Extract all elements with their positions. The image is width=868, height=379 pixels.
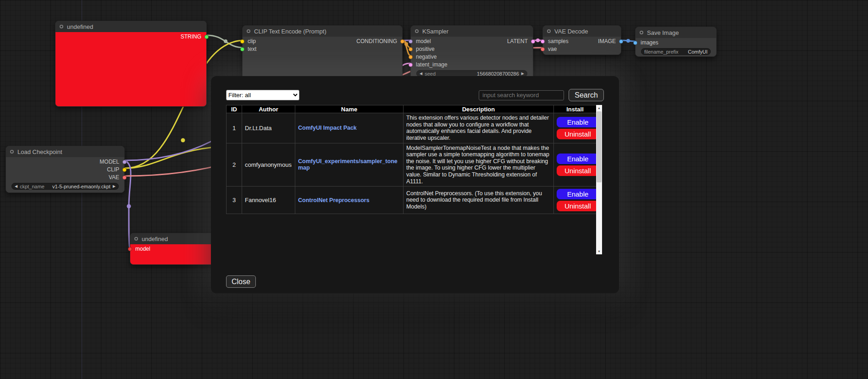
input-slot-text[interactable] xyxy=(240,47,244,51)
node-title-bar[interactable]: VAE Decode xyxy=(543,26,621,37)
node-title: Save Image xyxy=(647,29,679,36)
node-title: Load Checkpoint xyxy=(17,148,62,155)
input-slot-model[interactable] xyxy=(409,39,413,44)
cell-author: Dr.Lt.Data xyxy=(242,113,295,143)
extension-link[interactable]: ComfyUI Impact Pack xyxy=(295,113,404,143)
header-author: Author xyxy=(242,105,295,113)
ckpt-name-widget[interactable]: ◀ ckpt_name v1-5-pruned-emaonly.ckpt ▶ xyxy=(11,183,119,190)
uninstall-button[interactable]: Uninstall xyxy=(557,201,599,211)
close-button[interactable]: Close xyxy=(226,275,256,288)
scroll-up-icon[interactable]: ▲ xyxy=(596,105,602,111)
scrollbar-thumb[interactable] xyxy=(597,111,602,182)
input-label-text: text xyxy=(248,45,256,53)
node-body: MODEL CLIP VAE ◀ ckpt_name v1-5-pruned-e… xyxy=(6,157,124,192)
node-title: undefined xyxy=(142,236,168,242)
cell-description: This extension offers various detector n… xyxy=(404,113,554,143)
input-slot-latent-image[interactable] xyxy=(409,63,413,67)
search-input[interactable] xyxy=(479,90,564,100)
table-row: 1 Dr.Lt.Data ComfyUI Impact Pack This ex… xyxy=(227,113,597,143)
link-dot xyxy=(536,38,540,42)
input-slot-samples[interactable] xyxy=(541,39,545,44)
scrollbar[interactable]: ▲ ▼ xyxy=(596,105,602,254)
cell-id: 1 xyxy=(227,113,242,143)
widget-name: ckpt_name xyxy=(20,184,44,189)
collapse-dot-icon[interactable] xyxy=(134,237,138,241)
collapse-dot-icon[interactable] xyxy=(547,29,551,33)
link-dot xyxy=(224,39,227,43)
extension-link[interactable]: ControlNet Preprocessors xyxy=(295,187,404,214)
extensions-table-container: ID Author Name Description Install 1 Dr.… xyxy=(226,105,602,254)
widget-value: v1-5-pruned-emaonly.ckpt xyxy=(47,184,111,189)
node-title-bar[interactable]: Save Image xyxy=(636,27,716,38)
output-label-model: MODEL xyxy=(100,158,119,166)
cell-id: 3 xyxy=(227,187,242,214)
widget-name: seed xyxy=(425,71,436,77)
node-ksampler[interactable]: KSampler model LATENT positive negative … xyxy=(410,25,533,79)
node-title-bar[interactable]: undefined xyxy=(55,21,206,32)
output-slot-model[interactable] xyxy=(122,160,127,164)
uninstall-button[interactable]: Uninstall xyxy=(557,165,599,176)
custom-nodes-manager-dialog: Filter: all Search ID Author Name Descri… xyxy=(211,76,619,293)
output-slot-conditioning[interactable] xyxy=(400,39,404,44)
uninstall-button[interactable]: Uninstall xyxy=(557,129,599,139)
collapse-dot-icon[interactable] xyxy=(247,29,250,33)
table-row: 2 comfyanonymous ComfyUI_experiments/sam… xyxy=(227,143,597,187)
collapse-dot-icon[interactable] xyxy=(640,31,643,34)
node-body: model LATENT positive negative latent_im… xyxy=(411,37,533,78)
filter-select[interactable]: Filter: all xyxy=(226,90,299,100)
input-label-model: model xyxy=(135,245,150,253)
node-undefined-bottom[interactable]: undefined model xyxy=(130,233,217,265)
scroll-down-icon[interactable]: ▼ xyxy=(596,248,602,254)
cell-description: ControlNet Preprocessors. (To use this e… xyxy=(404,187,554,214)
filename-prefix-widget[interactable]: filename_prefix ComfyUI xyxy=(641,48,711,55)
input-slot-model[interactable] xyxy=(128,247,132,251)
search-button[interactable]: Search xyxy=(569,89,604,101)
output-slot-clip[interactable] xyxy=(122,168,127,172)
output-label-clip: CLIP xyxy=(107,166,119,174)
prev-arrow-icon[interactable]: ◀ xyxy=(15,183,17,190)
node-title: undefined xyxy=(67,23,93,30)
node-title-bar[interactable]: Load Checkpoint xyxy=(6,146,124,157)
node-body: samples IMAGE vae xyxy=(543,37,621,55)
input-label-negative: negative xyxy=(416,53,437,61)
output-slot-image[interactable] xyxy=(619,39,623,44)
enable-button[interactable]: Enable xyxy=(557,154,599,164)
cell-author: comfyanonymous xyxy=(242,143,295,187)
enable-button[interactable]: Enable xyxy=(557,117,599,127)
node-title-bar[interactable]: CLIP Text Encode (Prompt) xyxy=(243,26,402,37)
dialog-toolbar: Filter: all Search xyxy=(226,89,604,101)
node-undefined-top[interactable]: undefined STRING xyxy=(55,21,207,107)
input-label-images: images xyxy=(641,39,658,47)
input-slot-positive[interactable] xyxy=(409,47,413,51)
node-title: VAE Decode xyxy=(554,28,588,35)
enable-button[interactable]: Enable xyxy=(557,189,599,199)
collapse-dot-icon[interactable] xyxy=(60,25,63,28)
node-body-error: STRING xyxy=(55,32,206,106)
extension-link[interactable]: ComfyUI_experiments/sampler_tonemap xyxy=(295,143,404,187)
input-label-positive: positive xyxy=(416,45,435,53)
output-label-vae: VAE xyxy=(109,174,119,181)
input-slot-vae[interactable] xyxy=(541,47,545,51)
node-title-bar[interactable]: KSampler xyxy=(411,26,533,37)
cell-install: Enable Uninstall xyxy=(554,187,597,214)
output-slot-vae[interactable] xyxy=(122,176,127,180)
node-body-error: model xyxy=(130,244,216,264)
next-arrow-icon[interactable]: ▶ xyxy=(113,183,116,190)
input-slot-clip[interactable] xyxy=(240,39,244,44)
header-description: Description xyxy=(404,105,554,113)
collapse-dot-icon[interactable] xyxy=(415,29,419,33)
input-slot-images[interactable] xyxy=(633,41,637,45)
node-save-image[interactable]: Save Image images filename_prefix ComfyU… xyxy=(635,27,717,57)
node-title: CLIP Text Encode (Prompt) xyxy=(254,28,326,35)
output-slot-string[interactable] xyxy=(205,35,209,39)
input-label-model: model xyxy=(416,38,431,45)
node-vae-decode[interactable]: VAE Decode samples IMAGE vae xyxy=(542,25,621,55)
node-title-bar[interactable]: undefined xyxy=(130,233,216,244)
output-slot-latent[interactable] xyxy=(531,39,535,44)
collapse-dot-icon[interactable] xyxy=(10,150,14,154)
node-load-checkpoint[interactable]: Load Checkpoint MODEL CLIP VAE ◀ ckpt_na… xyxy=(6,146,125,193)
input-slot-negative[interactable] xyxy=(409,55,413,59)
header-install: Install xyxy=(554,105,597,113)
extensions-table: ID Author Name Description Install 1 Dr.… xyxy=(226,105,597,214)
widget-name: filename_prefix xyxy=(644,49,679,55)
